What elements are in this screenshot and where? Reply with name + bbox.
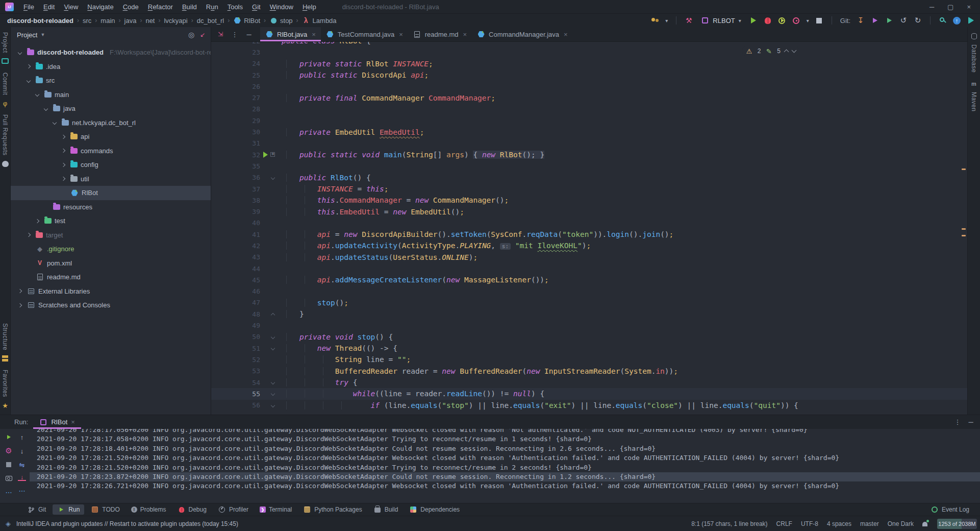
- tool-stripe-button-structure[interactable]: Structure: [1, 323, 9, 363]
- chevron-right-icon[interactable]: [59, 175, 67, 183]
- menu-item-run[interactable]: Run: [202, 2, 223, 12]
- chevron-down-icon[interactable]: ▼: [40, 32, 45, 37]
- tool-stripe-button-pull-requests[interactable]: Pull Requests: [1, 114, 9, 168]
- close-icon[interactable]: ×: [564, 31, 568, 38]
- tree-item-net-lvckyapi-dc-bot-rl[interactable]: net.lvckyapi.dc_bot_rl: [11, 116, 211, 130]
- console-line[interactable]: 2021-09-20 17:28:18.401+0200 INFO org.ja…: [37, 444, 980, 453]
- chevron-right-icon[interactable]: [33, 217, 41, 225]
- gear-icon[interactable]: ⚙: [5, 447, 13, 455]
- toolwindow-button-dependencies[interactable]: Dependencies: [405, 504, 464, 515]
- tree-item-config[interactable]: config: [11, 158, 211, 172]
- prev-issue-icon[interactable]: [784, 50, 789, 55]
- down-stack-icon[interactable]: ↓: [18, 447, 26, 455]
- menu-item-tools[interactable]: Tools: [223, 2, 247, 12]
- breadcrumb-item-rlbot[interactable]: RlBot: [233, 16, 260, 25]
- fold-icon[interactable]: [271, 392, 275, 396]
- toolwindow-button-event-log[interactable]: Event Log: [926, 504, 974, 515]
- toolwindow-button-profiler[interactable]: Profiler: [213, 504, 253, 515]
- chevron-right-icon[interactable]: [16, 301, 24, 309]
- tool-stripe-button-maven[interactable]: mMaven: [970, 80, 978, 112]
- tab-commandmanager-java[interactable]: CommandManager.java×: [472, 27, 573, 41]
- chevron-right-icon[interactable]: [59, 161, 67, 169]
- menu-item-file[interactable]: File: [19, 2, 39, 12]
- tree-item-src[interactable]: src: [11, 74, 211, 88]
- breadcrumb-item-main[interactable]: main: [100, 17, 115, 25]
- fold-icon[interactable]: [270, 152, 275, 157]
- ide-update-icon[interactable]: ↑: [953, 17, 961, 25]
- close-icon[interactable]: ×: [967, 3, 971, 11]
- breadcrumb-item-lambda[interactable]: λLambda: [302, 16, 337, 25]
- toolwindow-button-terminal[interactable]: ❯Terminal: [255, 505, 296, 514]
- collapse-all-icon[interactable]: ↙: [198, 31, 207, 39]
- fold-icon[interactable]: [271, 403, 275, 407]
- tree-item-scratches-and-consoles[interactable]: Scratches and Consoles: [11, 298, 211, 312]
- chevron-down-icon[interactable]: [16, 49, 24, 57]
- collapse-icon[interactable]: ⇲: [216, 30, 224, 38]
- breadcrumb-item-src[interactable]: src: [83, 17, 91, 25]
- profiler-button[interactable]: [792, 16, 800, 25]
- toolwindow-button-git[interactable]: Git: [22, 504, 51, 515]
- build-hammer-icon[interactable]: ⚒: [685, 16, 693, 25]
- chevron-right-icon[interactable]: [59, 133, 67, 141]
- menu-item-refactor[interactable]: Refactor: [143, 2, 178, 12]
- fold-icon[interactable]: [271, 346, 275, 350]
- console-line[interactable]: 2021-09-20 17:28:23.872+0200 INFO org.ja…: [30, 472, 980, 481]
- fold-icon[interactable]: [271, 380, 275, 384]
- tab-readme-md[interactable]: readme.md×: [408, 27, 472, 41]
- scroll-to-end-icon[interactable]: ↓: [18, 474, 26, 481]
- breadcrumb-item-stop[interactable]: stop: [269, 16, 293, 25]
- status-item-one-dark[interactable]: One Dark: [888, 520, 914, 527]
- git-push-icon[interactable]: [871, 16, 879, 25]
- rerun-button[interactable]: [5, 433, 13, 441]
- locate-file-icon[interactable]: ◎: [187, 31, 195, 39]
- toolwindow-button-todo[interactable]: TODO: [86, 504, 124, 515]
- more-icon[interactable]: ⋯: [5, 488, 13, 496]
- status-item-master[interactable]: master: [860, 520, 879, 527]
- tree-item-readme-md[interactable]: readme.md: [11, 270, 211, 284]
- breadcrumb-item-lvckyapi[interactable]: lvckyapi: [164, 17, 187, 25]
- tree-item-rlbot[interactable]: RlBot: [11, 186, 211, 200]
- menu-item-view[interactable]: View: [59, 2, 83, 12]
- tree-item-target[interactable]: target: [11, 228, 211, 243]
- toolwindow-button-build[interactable]: Build: [369, 504, 403, 515]
- fold-icon[interactable]: [271, 175, 275, 179]
- chevron-down-icon[interactable]: [33, 90, 41, 99]
- breadcrumb-item-discord-bot-reloaded[interactable]: discord-bot-reloaded: [7, 17, 73, 25]
- git-update-icon[interactable]: ↧: [857, 16, 865, 25]
- status-item-crlf[interactable]: CRLF: [776, 520, 792, 527]
- run-console[interactable]: 2021-09-20 17:28:17.056+0200 INFO org.ja…: [30, 429, 980, 503]
- close-icon[interactable]: ×: [71, 418, 75, 426]
- tool-stripe-button-favorites[interactable]: Favorites★: [1, 370, 9, 409]
- tool-stripe-button-database[interactable]: Database: [970, 32, 978, 73]
- fold-icon[interactable]: [271, 313, 275, 317]
- coverage-button[interactable]: [778, 16, 786, 25]
- status-item-utf-8[interactable]: UTF-8: [801, 520, 818, 527]
- screenshot-icon[interactable]: [5, 474, 13, 482]
- tool-stripe-button-project[interactable]: Project: [1, 32, 9, 65]
- run-button[interactable]: [749, 16, 758, 25]
- tab-rlbot-java[interactable]: RlBot.java×: [260, 27, 321, 41]
- chevron-down-icon[interactable]: [51, 118, 59, 127]
- console-line[interactable]: 2021-09-20 17:28:17.056+0200 INFO org.ja…: [37, 429, 980, 435]
- stop-button[interactable]: [815, 16, 823, 25]
- chevron-down-icon[interactable]: [24, 77, 33, 85]
- chevron-down-icon[interactable]: ▾: [665, 18, 668, 23]
- tree-item-external-libraries[interactable]: External Libraries: [11, 284, 211, 299]
- console-line[interactable]: 2021-09-20 17:28:26.721+0200 INFO org.ja…: [37, 481, 980, 491]
- menu-item-edit[interactable]: Edit: [39, 2, 59, 12]
- hide-panel-icon[interactable]: ─: [245, 30, 253, 38]
- chevron-right-icon[interactable]: [16, 287, 24, 295]
- project-panel-title[interactable]: Project: [17, 31, 37, 39]
- hide-panel-icon[interactable]: ─: [967, 418, 975, 426]
- chevron-right-icon[interactable]: [24, 231, 33, 239]
- inspections-widget[interactable]: ⚠ 2 ✎ 5: [742, 46, 799, 56]
- chevron-right-icon[interactable]: [24, 62, 33, 70]
- soft-wrap-icon[interactable]: ⇋: [18, 461, 26, 469]
- menu-item-help[interactable]: Help: [298, 2, 321, 12]
- run-tab[interactable]: RlBot ×: [33, 415, 81, 429]
- menu-item-build[interactable]: Build: [178, 2, 202, 12]
- status-message[interactable]: IntelliJ IDEA and plugin updates // Rest…: [16, 520, 238, 527]
- tree-item-gitignore[interactable]: ◆.gitignore: [11, 242, 211, 256]
- menu-item-navigate[interactable]: Navigate: [83, 2, 118, 12]
- minimize-icon[interactable]: ─: [929, 3, 934, 11]
